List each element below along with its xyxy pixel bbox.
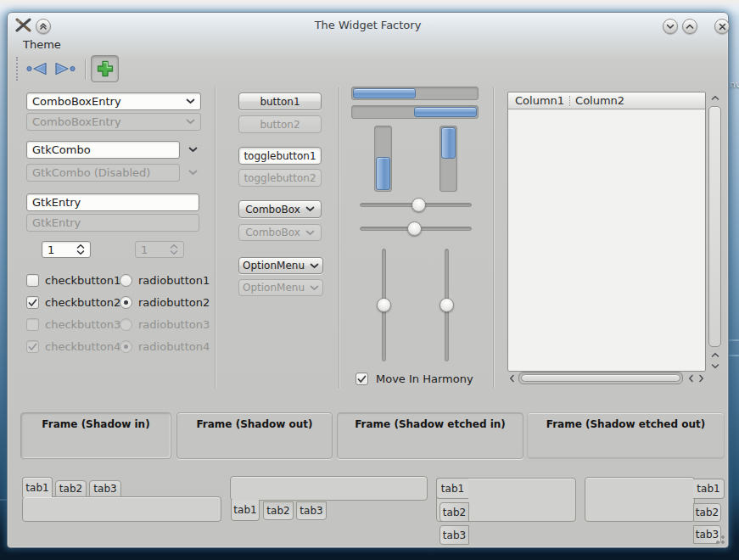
gtkcombo-entry[interactable]: GtkCombo <box>26 141 180 159</box>
hscroll-left-stepper[interactable] <box>507 372 517 384</box>
window-title: The Widget Factory <box>8 13 728 38</box>
notebook-left-tab1[interactable]: tab1 <box>436 478 468 499</box>
frame-shadow-etched-out-label: Frame (Shadow etched out) <box>528 418 724 430</box>
notebook-right-tab2[interactable]: tab2 <box>693 503 721 522</box>
resize-grip[interactable] <box>715 535 725 545</box>
button1[interactable]: button1 <box>238 92 322 110</box>
forward-arrow-icon <box>53 61 76 76</box>
column-resize-handle[interactable] <box>569 96 570 106</box>
hscroll-thumb[interactable] <box>521 374 680 382</box>
notebook-top-tab3[interactable]: tab3 <box>89 480 121 497</box>
button2: button2 <box>238 115 322 133</box>
vscroll-up-stepper-2[interactable] <box>708 350 722 360</box>
vscroll-thumb[interactable] <box>708 106 721 347</box>
notebook-top-tab2[interactable]: tab2 <box>55 480 87 497</box>
back-button[interactable] <box>25 59 50 79</box>
gtkcombo-arrow-button[interactable] <box>184 141 201 159</box>
harmony-checkbox[interactable] <box>356 372 368 385</box>
notebook-bottom-panel <box>230 476 428 501</box>
notebook-top-tab1[interactable]: tab1 <box>22 477 53 497</box>
forward-button[interactable] <box>52 59 77 79</box>
treeview[interactable]: Column1 Column2 <box>507 92 706 372</box>
checkbutton2-box[interactable] <box>26 296 39 309</box>
wallpaper-streak <box>728 355 739 356</box>
toolbar-separator <box>85 59 86 80</box>
checkbutton1-label[interactable]: checkbutton1 <box>45 274 120 287</box>
spinbutton[interactable]: 1 <box>42 241 91 258</box>
gtkcombo-disabled-arrow-button <box>184 164 201 182</box>
chevron-down-icon <box>310 285 319 291</box>
checkbutton1-box[interactable] <box>26 274 39 287</box>
hscale2-thumb[interactable] <box>407 221 422 236</box>
pane-separator <box>215 87 216 388</box>
frame-shadow-in: Frame (Shadow in) <box>20 412 171 459</box>
hscroll-left-stepper-2[interactable] <box>686 372 696 384</box>
spinner-arrows-icon[interactable] <box>76 244 85 255</box>
gtkcombo-disabled-entry: GtkCombo (Disabled) <box>26 164 180 182</box>
frame-shadow-etched-in-label: Frame (Shadow etched in) <box>338 418 523 430</box>
checkbutton4-box <box>26 340 39 353</box>
hscrollbar2-thumb[interactable] <box>414 107 477 117</box>
hscroll-right-stepper[interactable] <box>696 372 706 384</box>
vscrollbar1-thumb[interactable] <box>376 157 390 190</box>
maximize-button[interactable] <box>682 19 697 34</box>
combobox-disabled: ComboBox <box>238 224 322 241</box>
frame-shadow-out: Frame (Shadow out) <box>176 412 333 459</box>
minimize-button[interactable] <box>663 19 678 34</box>
harmony-label[interactable]: Move In Harmony <box>376 372 473 385</box>
spinbutton-disabled-value: 1 <box>141 244 170 256</box>
notebook-bottom-tab2[interactable]: tab2 <box>263 501 294 520</box>
gtkcombo-value: GtkCombo <box>32 143 91 156</box>
tab-label: tab2 <box>266 505 289 517</box>
radiobutton1-label[interactable]: radiobutton1 <box>138 274 210 287</box>
spinner-arrows-icon <box>170 244 178 255</box>
hscale1-thumb[interactable] <box>411 198 426 212</box>
chevron-down-icon <box>711 363 719 369</box>
radiobutton2-label[interactable]: radiobutton2 <box>138 296 210 309</box>
menu-theme[interactable]: Theme <box>18 36 66 53</box>
column1-header[interactable]: Column1 <box>508 94 564 107</box>
close-button[interactable] <box>714 19 730 34</box>
togglebutton2: togglebutton2 <box>238 169 322 187</box>
gtkentry[interactable]: GtkEntry <box>26 193 199 211</box>
column2-header[interactable]: Column2 <box>575 94 624 107</box>
hscrollbar1-thumb[interactable] <box>353 88 416 98</box>
combobox[interactable]: ComboBox <box>238 200 322 218</box>
double-chevron-up-icon <box>39 22 48 31</box>
app-icon <box>15 18 32 33</box>
app-window: The Widget Factory Theme <box>7 12 729 548</box>
shade-button[interactable] <box>36 19 51 34</box>
comboboxentry[interactable]: ComboBoxEntry <box>26 92 201 110</box>
radio-dot <box>124 300 128 305</box>
notebook-bottom-tab1[interactable]: tab1 <box>231 500 260 521</box>
optionmenu-disabled: OptionMenu <box>238 279 323 296</box>
add-button[interactable] <box>91 55 119 82</box>
radiobutton2-circle[interactable] <box>120 296 132 309</box>
vscroll-up-stepper[interactable] <box>708 92 722 103</box>
button2-label: button2 <box>260 119 300 131</box>
vscrollbar2-thumb[interactable] <box>441 127 456 159</box>
combobox-disabled-label: ComboBox <box>245 227 300 238</box>
notebook-right-panel <box>585 477 695 522</box>
radiobutton1-circle[interactable] <box>120 274 132 287</box>
notebook-right-tab1[interactable]: tab1 <box>693 479 725 499</box>
togglebutton1[interactable]: togglebutton1 <box>238 147 322 165</box>
pane-separator <box>339 87 339 388</box>
close-icon <box>719 23 726 31</box>
comboboxentry-value: ComboBoxEntry <box>32 95 186 108</box>
vscroll-down-stepper[interactable] <box>708 361 722 371</box>
optionmenu-label: OptionMenu <box>243 260 305 272</box>
notebook-bottom-tab3[interactable]: tab3 <box>296 501 327 520</box>
spinbutton-value: 1 <box>48 244 76 256</box>
tab-label: tab2 <box>59 483 82 495</box>
notebook-left-tab2[interactable]: tab2 <box>439 502 469 522</box>
vscale1-thumb[interactable] <box>377 298 391 312</box>
chevron-left-icon <box>688 374 694 383</box>
checkbutton2-label[interactable]: checkbutton2 <box>45 296 120 309</box>
optionmenu[interactable]: OptionMenu <box>238 257 323 274</box>
vscale2-thumb[interactable] <box>439 298 454 312</box>
combobox-label: ComboBox <box>245 204 300 216</box>
notebook-left-tab3[interactable]: tab3 <box>439 525 469 545</box>
tab-label: tab2 <box>443 507 466 518</box>
toolbar-drag-handle[interactable] <box>16 57 18 81</box>
